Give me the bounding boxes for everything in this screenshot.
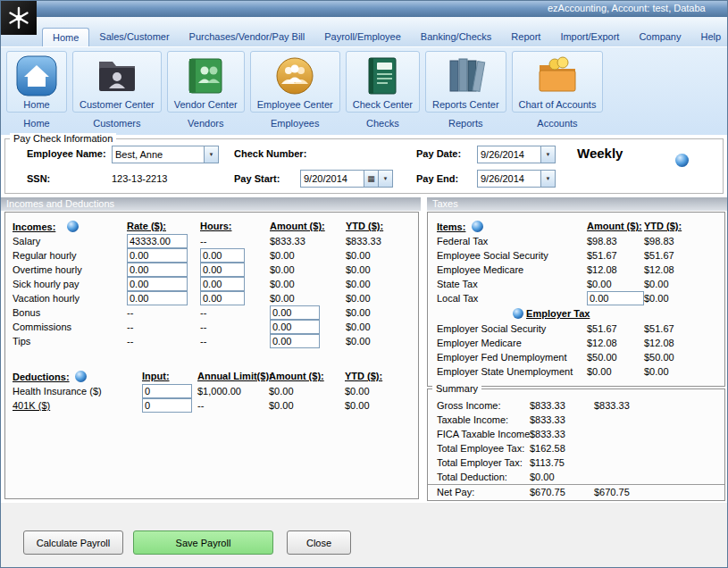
rate-header: Rate ($): bbox=[127, 221, 200, 231]
income-row-vacation-hourly: Vacation hourly $0.00 $0.00 bbox=[5, 291, 418, 305]
summary-label: Total Employer Tax: bbox=[437, 457, 530, 468]
tab-home[interactable]: Home bbox=[42, 28, 89, 46]
help-globe-icon[interactable] bbox=[513, 308, 523, 319]
deduction-limit: -- bbox=[197, 400, 269, 411]
regular-hourly-rate-input[interactable] bbox=[127, 248, 188, 263]
summary-row-fica-taxable-income: FICA Taxable Income: $833.33 bbox=[428, 427, 724, 441]
toolbar-item-customer-center: Customer Center Customers bbox=[72, 51, 162, 129]
overtime-hourly-hours-input[interactable] bbox=[200, 263, 245, 277]
pay-date-select[interactable]: 9/26/2014 ▼ bbox=[477, 146, 556, 163]
ytd-header: YTD ($): bbox=[345, 371, 418, 381]
tax-amount: $51.67 bbox=[587, 323, 644, 334]
toolbar-item-home: Home Home bbox=[6, 51, 67, 129]
tab-banking-checks[interactable]: Banking/Checks bbox=[411, 28, 502, 46]
chevron-down-icon[interactable]: ▼ bbox=[204, 146, 218, 163]
income-label: Salary bbox=[13, 236, 127, 246]
chart-of-accounts-button[interactable]: Chart of Accounts bbox=[512, 51, 604, 113]
income-row-overtime-hourly: Overtime hourly $0.00 $0.00 bbox=[5, 263, 418, 277]
tab-company[interactable]: Company bbox=[629, 28, 690, 46]
pay-start-datepicker[interactable]: 9/20/2014 ▦ ▼ bbox=[300, 170, 393, 188]
tax-row-employer-social-security: Employer Social Security $51.67 $51.67 bbox=[428, 322, 724, 336]
employee-center-button[interactable]: Employee Center bbox=[250, 51, 340, 113]
summary-row-total-employer-tax: Total Employer Tax: $113.75 bbox=[428, 455, 724, 470]
vendor-center-button[interactable]: Vendor Center bbox=[167, 51, 245, 113]
check-number-label: Check Number: bbox=[234, 148, 306, 159]
income-row-tips: Tips -- -- $0.00 bbox=[5, 334, 418, 348]
app-window: ezAccounting, Account: test, Databa Home… bbox=[0, 0, 728, 568]
tax-amount: $51.67 bbox=[587, 250, 644, 261]
help-globe-icon[interactable] bbox=[67, 221, 79, 232]
main-content: Pay Check Information Employee Name: Bes… bbox=[1, 135, 728, 503]
deduction-row-health-insurance: Health Insurance ($) $1,000.00 $0.00 $0.… bbox=[5, 384, 418, 398]
tax-amount: $98.83 bbox=[587, 236, 644, 246]
accounts-subtitle: Accounts bbox=[537, 118, 577, 129]
local-tax-input[interactable] bbox=[587, 291, 644, 305]
salary-rate-input[interactable] bbox=[127, 234, 188, 248]
income-hours: -- bbox=[200, 336, 270, 347]
ytd-header: YTD ($): bbox=[346, 221, 418, 231]
income-amount: $0.00 bbox=[270, 250, 346, 261]
tab-import-export[interactable]: Import/Export bbox=[550, 28, 629, 46]
income-ytd: $0.00 bbox=[346, 322, 418, 332]
income-rate: -- bbox=[127, 336, 200, 347]
tab-report[interactable]: Report bbox=[501, 28, 550, 46]
help-globe-icon[interactable] bbox=[472, 221, 483, 232]
reports-subtitle: Reports bbox=[448, 118, 483, 129]
income-label: Overtime hourly bbox=[13, 264, 127, 275]
hours-header: Hours: bbox=[200, 221, 270, 231]
tax-ytd: $0.00 bbox=[644, 293, 724, 304]
help-globe-icon[interactable] bbox=[75, 371, 87, 382]
check-center-button[interactable]: Check Center bbox=[346, 51, 420, 113]
income-ytd: $0.00 bbox=[346, 307, 418, 318]
toolbar-item-reports-center: Reports Center Reports bbox=[425, 51, 506, 129]
chevron-down-icon[interactable]: ▼ bbox=[540, 146, 555, 163]
tax-row-federal: Federal Tax $98.83 $98.83 bbox=[428, 234, 724, 248]
employee-name-select[interactable]: Best, Anne ▼ bbox=[112, 146, 219, 163]
income-label: Tips bbox=[13, 336, 127, 347]
chevron-down-icon[interactable]: ▼ bbox=[378, 171, 392, 187]
health-insurance-input[interactable] bbox=[142, 384, 192, 398]
tab-help[interactable]: Help bbox=[690, 28, 728, 46]
customer-center-button[interactable]: Customer Center bbox=[72, 51, 162, 113]
incomes-deductions-panel: Incomes: Rate ($): Hours: Amount ($): YT… bbox=[4, 212, 419, 499]
income-ytd: $0.00 bbox=[346, 250, 418, 261]
incomes-header-row: Incomes: Rate ($): Hours: Amount ($): YT… bbox=[5, 218, 418, 234]
calendar-icon[interactable]: ▦ bbox=[364, 171, 378, 187]
overtime-hourly-rate-input[interactable] bbox=[127, 263, 188, 277]
bonus-amount-input[interactable] bbox=[270, 305, 320, 320]
reports-center-button[interactable]: Reports Center bbox=[425, 51, 506, 113]
income-rate: -- bbox=[127, 322, 200, 332]
taxes-section-header: Taxes bbox=[427, 197, 728, 211]
vacation-hourly-rate-input[interactable] bbox=[127, 291, 188, 305]
tax-amount: $12.08 bbox=[587, 338, 644, 348]
tax-label: Employee Social Security bbox=[437, 250, 587, 261]
regular-hourly-hours-input[interactable] bbox=[200, 248, 245, 263]
tips-amount-input[interactable] bbox=[270, 334, 320, 348]
tax-ytd: $98.83 bbox=[644, 236, 724, 246]
deduction-limit: $1,000.00 bbox=[197, 386, 269, 397]
tab-payroll-employee[interactable]: Payroll/Employee bbox=[314, 28, 411, 46]
vacation-hourly-hours-input[interactable] bbox=[200, 291, 245, 305]
sick-hourly-hours-input[interactable] bbox=[200, 277, 245, 291]
sick-hourly-rate-input[interactable] bbox=[127, 277, 188, 291]
tab-sales-customer[interactable]: Sales/Customer bbox=[89, 28, 179, 46]
calculate-payroll-button[interactable]: Calculate Payroll bbox=[23, 530, 123, 555]
income-rate: -- bbox=[127, 307, 200, 318]
employee-name-label: Employee Name: bbox=[27, 148, 106, 159]
close-button[interactable]: Close bbox=[287, 530, 351, 555]
save-payroll-button[interactable]: Save Payroll bbox=[133, 530, 273, 555]
help-globe-icon[interactable] bbox=[675, 154, 689, 167]
tax-row-local: Local Tax $0.00 bbox=[428, 291, 724, 305]
home-button[interactable]: Home bbox=[6, 51, 67, 113]
pay-end-select[interactable]: 9/26/2014 ▼ bbox=[477, 170, 556, 188]
reports-books-icon bbox=[442, 54, 489, 98]
commissions-amount-input[interactable] bbox=[270, 320, 320, 334]
401k-input[interactable] bbox=[142, 398, 192, 413]
tab-purchases-vendor-pay-bill[interactable]: Purchases/Vendor/Pay Bill bbox=[180, 28, 315, 46]
summary-value: $833.33 bbox=[530, 429, 594, 439]
summary-panel: Summary Gross Income: $833.33 $833.33 Ta… bbox=[427, 388, 725, 501]
pay-end-value: 9/26/2014 bbox=[478, 173, 540, 184]
chevron-down-icon[interactable]: ▼ bbox=[540, 171, 555, 187]
tax-ytd: $12.08 bbox=[644, 338, 724, 348]
deduction-ytd: $0.00 bbox=[345, 400, 418, 411]
